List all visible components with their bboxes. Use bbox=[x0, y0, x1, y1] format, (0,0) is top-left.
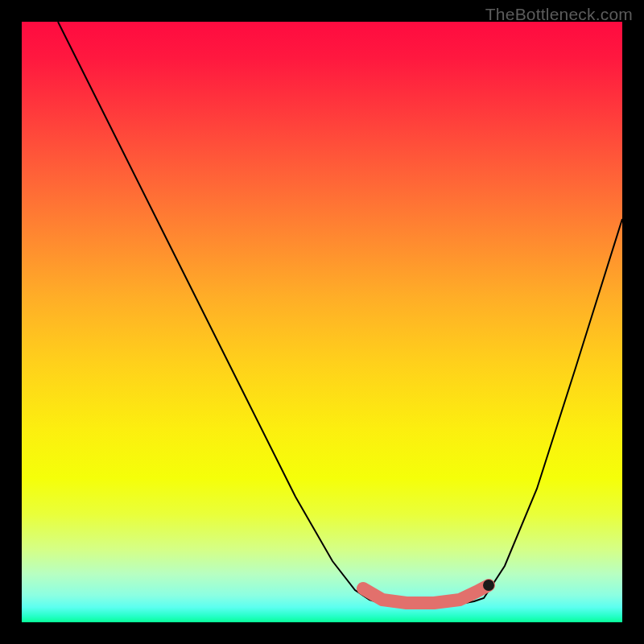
watermark-text: TheBottleneck.com bbox=[485, 5, 633, 24]
chart-stage: TheBottleneck.com bbox=[0, 0, 644, 644]
plot-area bbox=[22, 22, 622, 622]
bottleneck-curve bbox=[58, 22, 622, 606]
anchor-dot-icon bbox=[483, 580, 494, 591]
curve-layer bbox=[22, 22, 622, 622]
optimal-range-highlight bbox=[363, 585, 489, 603]
